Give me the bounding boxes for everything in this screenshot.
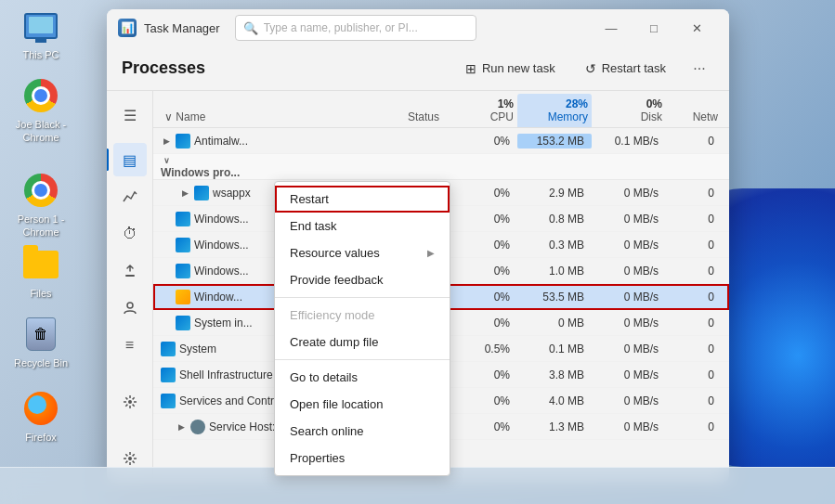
context-menu-create-dump[interactable]: Create dump file xyxy=(275,329,450,355)
col-header-cpu[interactable]: 1% CPU xyxy=(443,94,517,127)
process-icon xyxy=(176,212,190,226)
recycle-bin-label: Recycle Bin xyxy=(14,356,68,369)
process-icon xyxy=(176,316,190,330)
desktop-icon-joe-black-chrome[interactable]: Joe Black - Chrome xyxy=(7,77,74,145)
process-icon xyxy=(176,134,190,149)
expand-icon[interactable] xyxy=(161,239,172,251)
sidebar-toggle-button[interactable]: ☰ xyxy=(113,98,147,132)
taskmanager-app-icon: 📊 xyxy=(118,19,137,37)
expand-icon[interactable] xyxy=(161,291,172,303)
window-controls: — □ ✕ xyxy=(590,13,718,43)
context-menu-search-online[interactable]: Search online xyxy=(275,418,450,445)
person1-chrome-icon xyxy=(22,172,59,209)
column-headers: ∨ Name Status 1% CPU 28% Memory 0% Disk xyxy=(153,91,729,128)
context-menu: Restart End task Resource values ▶ Provi… xyxy=(274,181,450,476)
process-icon xyxy=(176,238,190,252)
taskmanager-title: Task Manager xyxy=(144,21,220,35)
restart-label: Restart task xyxy=(602,61,666,75)
context-menu-resource-values[interactable]: Resource values ▶ xyxy=(275,239,450,266)
desktop-icon-recycle-bin[interactable]: 🗑 Recycle Bin xyxy=(7,316,74,369)
svg-point-1 xyxy=(127,303,133,308)
col-header-memory[interactable]: 28% Memory xyxy=(517,94,592,127)
col-header-name[interactable]: ∨ Name xyxy=(161,107,369,127)
process-icon xyxy=(176,290,190,304)
expand-icon[interactable]: ▶ xyxy=(176,421,187,433)
title-bar: 📊 Task Manager 🔍 Type a name, publisher,… xyxy=(107,9,729,46)
sort-arrow-icon: ∨ xyxy=(164,110,173,123)
maximize-button[interactable]: □ xyxy=(633,13,675,43)
close-button[interactable]: ✕ xyxy=(675,13,718,43)
context-menu-go-to-details[interactable]: Go to details xyxy=(275,364,450,391)
search-box[interactable]: 🔍 Type a name, publisher, or PI... xyxy=(235,15,476,41)
context-menu-separator-2 xyxy=(275,359,450,360)
firefox-label: Firefox xyxy=(25,431,57,444)
expand-icon[interactable] xyxy=(161,213,172,225)
sidebar-item-details[interactable]: ≡ xyxy=(113,329,147,362)
svg-point-2 xyxy=(128,400,132,404)
context-menu-provide-feedback[interactable]: Provide feedback xyxy=(275,266,450,293)
context-menu-restart[interactable]: Restart xyxy=(275,186,450,213)
col-header-disk[interactable]: 0% Disk xyxy=(592,94,666,127)
files-icon xyxy=(22,246,59,283)
context-menu-end-task[interactable]: End task xyxy=(275,213,450,239)
expand-icon[interactable]: ▶ xyxy=(179,187,190,199)
joe-black-chrome-icon xyxy=(22,77,59,114)
desktop-icon-firefox[interactable]: Firefox xyxy=(7,390,74,444)
run-task-label: Run new task xyxy=(482,61,555,75)
expand-icon[interactable] xyxy=(161,265,172,277)
run-task-icon: ⊞ xyxy=(465,61,476,76)
submenu-arrow-icon: ▶ xyxy=(427,248,435,258)
col-header-status[interactable]: Status xyxy=(369,107,443,127)
process-icon xyxy=(161,394,176,408)
person1-chrome-label: Person 1 - Chrome xyxy=(7,213,74,239)
sidebar-item-processes[interactable]: ▤ xyxy=(113,143,147,176)
processes-heading: Processes xyxy=(122,58,447,78)
sidebar: ☰ ▤ ⏱ ≡ xyxy=(107,91,153,483)
minimize-button[interactable]: — xyxy=(590,13,633,43)
this-pc-icon xyxy=(22,7,59,45)
col-header-network[interactable]: Netw xyxy=(666,107,722,127)
more-options-button[interactable]: ··· xyxy=(685,54,714,84)
search-placeholder: Type a name, publisher, or PI... xyxy=(264,21,418,34)
process-icon xyxy=(190,420,205,434)
context-menu-properties[interactable]: Properties xyxy=(275,445,450,472)
process-icon xyxy=(161,368,176,382)
section-header-windows-processes: ∨ Windows pro... xyxy=(153,154,729,180)
process-icon xyxy=(194,186,209,200)
run-new-task-button[interactable]: ⊞ Run new task xyxy=(454,56,567,82)
desktop-icon-files[interactable]: Files xyxy=(7,246,74,300)
restart-task-button[interactable]: ↺ Restart task xyxy=(574,56,677,82)
svg-point-3 xyxy=(128,457,132,460)
restart-icon: ↺ xyxy=(585,61,596,76)
svg-rect-0 xyxy=(125,275,135,277)
context-menu-separator xyxy=(275,297,450,298)
process-icon xyxy=(161,342,176,356)
expand-icon[interactable]: ∨ xyxy=(161,155,172,166)
context-menu-open-file-location[interactable]: Open file location xyxy=(275,391,450,418)
sidebar-item-services[interactable] xyxy=(113,385,147,419)
table-row[interactable]: ▶ Antimalw... 0% 153.2 MB 0.1 MB/s 0 xyxy=(153,128,729,154)
joe-black-chrome-label: Joe Black - Chrome xyxy=(7,118,74,145)
search-icon: 🔍 xyxy=(243,21,258,35)
sidebar-item-performance[interactable] xyxy=(113,180,147,213)
firefox-icon xyxy=(22,390,59,427)
context-menu-efficiency-mode: Efficiency mode xyxy=(275,302,450,329)
sidebar-item-history[interactable]: ⏱ xyxy=(113,217,147,251)
recycle-bin-icon: 🗑 xyxy=(22,316,59,353)
sidebar-item-users[interactable] xyxy=(113,291,147,325)
toolbar: Processes ⊞ Run new task ↺ Restart task … xyxy=(107,46,729,91)
process-icon xyxy=(176,264,190,278)
desktop-icon-person1-chrome[interactable]: Person 1 - Chrome xyxy=(7,172,74,239)
this-pc-label: This PC xyxy=(22,48,59,61)
desktop-icon-this-pc[interactable]: This PC xyxy=(7,7,74,61)
sidebar-item-startup[interactable] xyxy=(113,254,147,288)
expand-icon[interactable]: ▶ xyxy=(161,136,172,147)
files-label: Files xyxy=(30,287,51,300)
